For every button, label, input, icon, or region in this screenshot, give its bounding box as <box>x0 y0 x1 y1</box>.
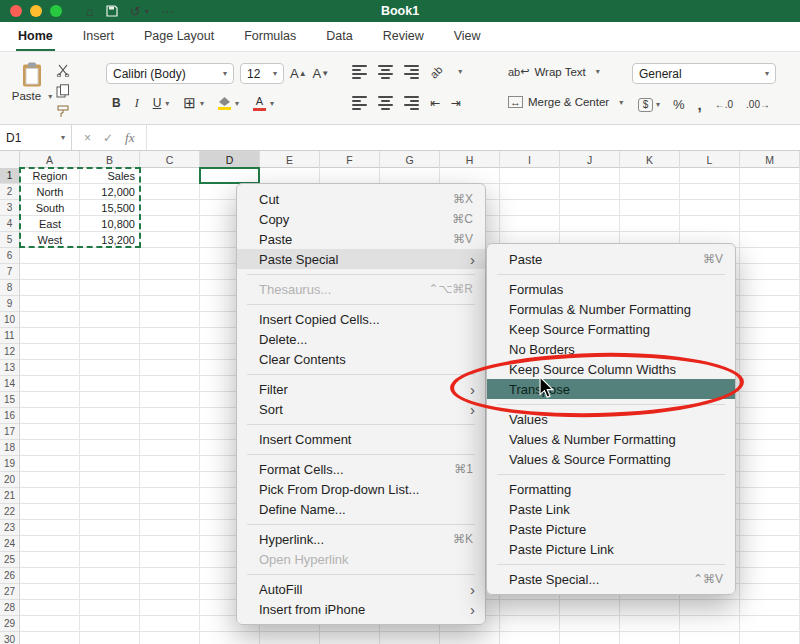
menu-item-pick-from-drop-down-list[interactable]: Pick From Drop-down List... <box>237 479 485 499</box>
tab-data[interactable]: Data <box>324 29 354 51</box>
number-format-select[interactable]: General▾ <box>632 63 776 84</box>
row-header-26[interactable]: 26 <box>0 568 19 584</box>
column-header-k[interactable]: K <box>620 151 680 168</box>
menu-item-values[interactable]: Values <box>487 409 735 429</box>
font-size-select[interactable]: 12▾ <box>240 63 284 84</box>
menu-item-filter[interactable]: Filter› <box>237 379 485 399</box>
menu-item-paste[interactable]: Paste⌘V <box>237 229 485 249</box>
row-header-18[interactable]: 18 <box>0 440 19 456</box>
font-color-button[interactable]: A <box>253 96 266 111</box>
menu-item-no-borders[interactable]: No Borders <box>487 339 735 359</box>
undo-chevron-icon[interactable]: ▾ <box>145 7 149 16</box>
column-header-i[interactable]: I <box>500 151 560 168</box>
tab-page-layout[interactable]: Page Layout <box>142 29 216 51</box>
align-center-icon[interactable] <box>378 96 393 110</box>
menu-item-insert-copied-cells[interactable]: Insert Copied Cells... <box>237 309 485 329</box>
menu-item-keep-source-column-widths[interactable]: Keep Source Column Widths <box>487 359 735 379</box>
font-color-chevron-icon[interactable]: ▾ <box>270 99 274 108</box>
percent-style-button[interactable]: % <box>673 97 685 112</box>
accounting-format-icon[interactable]: $ <box>638 98 653 112</box>
wrap-text-button[interactable]: Wrap Text <box>534 66 585 78</box>
row-header-11[interactable]: 11 <box>0 328 19 344</box>
row-header-19[interactable]: 19 <box>0 456 19 472</box>
tab-review[interactable]: Review <box>381 29 426 51</box>
menu-item-formulas[interactable]: Formulas <box>487 279 735 299</box>
merge-center-chevron-icon[interactable]: ▾ <box>619 98 623 107</box>
row-header-24[interactable]: 24 <box>0 536 19 552</box>
row-header-4[interactable]: 4 <box>0 216 19 232</box>
selected-cell-d1[interactable] <box>199 167 260 184</box>
menu-item-paste-link[interactable]: Paste Link <box>487 499 735 519</box>
more-icon[interactable]: ⋯ <box>161 4 174 19</box>
undo-icon[interactable]: ↺ <box>130 4 141 19</box>
increase-indent-icon[interactable]: ⇥ <box>451 96 461 110</box>
menu-item-format-cells[interactable]: Format Cells...⌘1 <box>237 459 485 479</box>
menu-item-transpose[interactable]: Transpose <box>487 379 735 399</box>
menu-item-paste-special[interactable]: Paste Special› <box>237 249 485 269</box>
menu-item-formatting[interactable]: Formatting <box>487 479 735 499</box>
comma-style-button[interactable]: , <box>698 96 702 113</box>
accounting-chevron-icon[interactable]: ▾ <box>656 100 660 109</box>
column-header-l[interactable]: L <box>680 151 740 168</box>
increase-font-size-button[interactable]: A▲ <box>290 66 307 81</box>
cut-icon[interactable] <box>56 64 71 77</box>
save-icon[interactable] <box>106 5 118 17</box>
row-header-25[interactable]: 25 <box>0 552 19 568</box>
underline-button[interactable]: U <box>153 96 162 110</box>
menu-item-values-source-formatting[interactable]: Values & Source Formatting <box>487 449 735 469</box>
column-header-m[interactable]: M <box>740 151 800 168</box>
paste-button[interactable]: Paste▾ <box>12 62 52 102</box>
increase-decimal-button[interactable]: ←.0 <box>715 99 733 110</box>
underline-chevron-icon[interactable]: ▾ <box>165 99 169 108</box>
menu-item-formulas-number-formatting[interactable]: Formulas & Number Formatting <box>487 299 735 319</box>
minimize-button[interactable] <box>30 5 42 17</box>
tab-insert[interactable]: Insert <box>81 29 116 51</box>
row-header-3[interactable]: 3 <box>0 200 19 216</box>
menu-item-sort[interactable]: Sort› <box>237 399 485 419</box>
row-header-30[interactable]: 30 <box>0 632 19 644</box>
row-header-5[interactable]: 5 <box>0 232 19 248</box>
column-header-j[interactable]: J <box>560 151 620 168</box>
row-header-7[interactable]: 7 <box>0 264 19 280</box>
fill-color-button[interactable] <box>218 97 231 110</box>
italic-button[interactable]: I <box>135 96 139 111</box>
column-header-d[interactable]: D <box>200 151 260 168</box>
row-header-8[interactable]: 8 <box>0 280 19 296</box>
row-header-27[interactable]: 27 <box>0 584 19 600</box>
row-header-10[interactable]: 10 <box>0 312 19 328</box>
menu-item-keep-source-formatting[interactable]: Keep Source Formatting <box>487 319 735 339</box>
align-left-icon[interactable] <box>352 96 367 110</box>
column-header-h[interactable]: H <box>440 151 500 168</box>
close-button[interactable] <box>10 5 22 17</box>
column-header-c[interactable]: C <box>140 151 200 168</box>
menu-item-delete[interactable]: Delete... <box>237 329 485 349</box>
format-painter-icon[interactable] <box>56 105 70 118</box>
decrease-font-size-button[interactable]: A▼ <box>313 66 330 81</box>
menu-item-hyperlink[interactable]: Hyperlink...⌘K <box>237 529 485 549</box>
name-box[interactable]: D1 ▾ <box>0 125 72 150</box>
zoom-button[interactable] <box>50 5 62 17</box>
home-icon[interactable]: ⌂ <box>86 4 94 19</box>
row-header-17[interactable]: 17 <box>0 424 19 440</box>
row-header-14[interactable]: 14 <box>0 376 19 392</box>
fill-color-chevron-icon[interactable]: ▾ <box>235 99 239 108</box>
menu-item-define-name[interactable]: Define Name... <box>237 499 485 519</box>
row-header-12[interactable]: 12 <box>0 344 19 360</box>
cancel-icon[interactable]: × <box>84 131 91 145</box>
formula-input[interactable] <box>147 125 800 150</box>
column-header-a[interactable]: A <box>20 151 80 168</box>
tab-formulas[interactable]: Formulas <box>242 29 298 51</box>
row-header-2[interactable]: 2 <box>0 184 19 200</box>
row-header-22[interactable]: 22 <box>0 504 19 520</box>
menu-item-insert-comment[interactable]: Insert Comment <box>237 429 485 449</box>
menu-item-clear-contents[interactable]: Clear Contents <box>237 349 485 369</box>
tab-home[interactable]: Home <box>16 29 55 51</box>
row-header-23[interactable]: 23 <box>0 520 19 536</box>
orientation-chevron-icon[interactable]: ▾ <box>458 67 462 76</box>
font-name-select[interactable]: Calibri (Body)▾ <box>106 63 234 84</box>
borders-icon[interactable]: ⊞ <box>183 94 196 112</box>
menu-item-insert-from-iphone[interactable]: Insert from iPhone› <box>237 599 485 619</box>
menu-item-paste[interactable]: Paste⌘V <box>487 249 735 269</box>
align-top-icon[interactable] <box>352 65 367 79</box>
tab-view[interactable]: View <box>452 29 483 51</box>
